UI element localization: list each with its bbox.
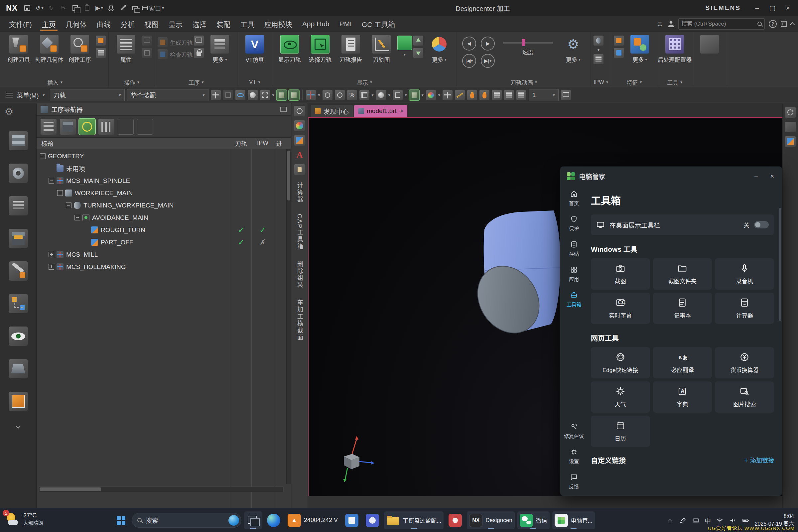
feature-teach-icon[interactable] [614,48,624,58]
redo-button[interactable]: ↻ [45,2,57,14]
filter-slot[interactable] [137,119,153,135]
machine-tool-navigator-icon[interactable] [8,229,28,248]
view-style-icon[interactable] [785,122,796,132]
select-toolpath-button[interactable]: 选择刀轨 [306,33,335,63]
operation-navigator-icon[interactable] [8,196,28,215]
tab-home[interactable]: 主页 [37,16,61,32]
view-orient-icon[interactable] [785,107,796,118]
expander-icon[interactable] [75,215,80,221]
tab-analysis[interactable]: 分析 [116,16,140,32]
volume-icon[interactable] [729,516,737,524]
tree-row-unused[interactable]: 未用项 [37,162,291,174]
tab-gc-toolbox[interactable]: GC 工具箱 [357,16,400,32]
card-weather[interactable]: 天气 [591,381,650,413]
tab-assemblies[interactable]: 装配 [211,16,235,32]
touch-keyboard-icon[interactable] [692,516,700,524]
taskbar-app-wechat[interactable]: 微信 [517,511,550,529]
ime-indicator[interactable]: 中 [705,516,711,525]
expander-icon[interactable] [66,203,72,208]
selection-scope-dropdown[interactable]: 刀轨▾ [50,89,125,101]
geometry-view-icon[interactable] [79,119,95,135]
speed-slider-track[interactable] [503,42,553,43]
feature-more-button[interactable]: 更多▾ [625,33,654,63]
tab-discovery-center[interactable]: 发现中心 [311,105,353,117]
generate-toolpath-button[interactable]: 生成刀轨 [158,36,192,48]
pcm-nav-toolbox[interactable]: 工具箱 [566,291,581,307]
navigator-collapse-icon[interactable] [280,107,287,112]
window-menu-button[interactable]: 窗口▾ [141,2,165,14]
side-tab-cap-toolbox[interactable]: CAP工具箱 [295,210,304,253]
expander-icon[interactable] [49,264,54,270]
taskbar-app-folder[interactable]: 平衡盘过盈配... [384,511,443,529]
pcm-titlebar[interactable]: 电脑管家 – × [560,167,782,186]
ipw-save-icon[interactable] [593,54,604,64]
card-bing-translate[interactable]: aあ 必应翻译 [653,347,712,378]
tree-row-mcs-holemaking[interactable]: MCS_HOLEMAKING [37,261,291,273]
show-toolpath-button[interactable]: 显示刀轨 [275,33,304,63]
measure-icon[interactable] [455,90,465,100]
overflow-button[interactable] [695,33,724,54]
vt-simulation-button[interactable]: V VT仿真 [240,33,269,63]
account-icon[interactable] [668,21,674,27]
play-backward-button[interactable]: ◀ [462,37,476,51]
card-notepad[interactable]: 记事本 [653,292,712,324]
machining-method-view-icon[interactable] [98,119,114,135]
close-button[interactable]: × [780,2,795,14]
machine-tool-view-icon[interactable] [60,119,76,135]
tab-curve[interactable]: 曲线 [92,16,116,32]
taskbar-app-edge[interactable] [265,511,283,529]
pcm-nav-home[interactable]: 首页 [569,190,579,207]
tab-app-hub[interactable]: App Hub [297,16,335,32]
play-forward-button[interactable]: ▶ [481,37,495,51]
taskbar-app-teams[interactable] [363,511,381,529]
template-library-icon[interactable] [8,392,28,411]
pcm-close-button[interactable]: × [764,169,780,184]
group-label-display[interactable]: 显示▾ [275,77,454,87]
expander-icon[interactable] [49,252,54,258]
tree-row-turning-workpiece[interactable]: TURNING_WORKPIECE_MAIN [37,199,291,211]
pcm-scrollbar[interactable] [779,208,781,321]
column-feed[interactable]: 进 [274,139,287,148]
create-operation-button[interactable]: 创建工序 [65,33,94,63]
tab-render[interactable]: 显示 [164,16,188,32]
taskbar-app-nx[interactable]: NX Designcen [467,511,514,529]
create-method-icon[interactable] [96,48,106,58]
circle-tangent-icon[interactable] [335,90,345,100]
tree-row-geometry[interactable]: GEOMETRY [37,150,291,162]
fit-view-icon[interactable] [442,90,453,100]
move-down-icon[interactable] [413,48,423,58]
shaded-view-icon[interactable] [376,90,386,100]
paint-icon[interactable] [294,135,305,146]
side-tab-turning-section[interactable]: 车加工横截面 [295,296,304,344]
column-ipw[interactable]: IPW [251,140,274,147]
tool-library-icon[interactable] [8,261,28,281]
close-tab-icon[interactable]: × [400,108,404,115]
feedback-smiley-icon[interactable]: ☺ [657,20,664,28]
cylinder-model[interactable] [475,207,562,335]
paste-button[interactable] [81,2,93,14]
properties-button[interactable]: 属性 [111,33,141,63]
card-voice-recorder[interactable]: 录音机 [715,258,774,290]
card-dictionary[interactable]: A 字典 [653,381,712,413]
voice-command-button[interactable] [106,2,117,14]
tab-view[interactable]: 视图 [140,16,164,32]
card-currency-converter[interactable]: 货币换算器 [715,347,774,378]
layer-visible-icon[interactable] [504,90,514,100]
assembly-navigator-icon[interactable] [8,131,28,150]
circle-center-icon[interactable] [323,90,332,100]
play-macro-button[interactable]: ▶▾ [93,2,105,14]
wireframe-view-icon[interactable] [393,90,403,100]
mcs-display-icon[interactable] [306,90,316,100]
help-icon[interactable]: ? [769,20,777,28]
expander-icon[interactable] [49,178,54,184]
process-more-button[interactable]: 更多▾ [205,33,234,63]
pcm-nav-feedback[interactable]: 反馈 [569,473,579,490]
tab-application[interactable]: 应用模块 [259,16,297,32]
render-style-icon[interactable] [785,136,796,147]
card-edge-links[interactable]: Edge快速链接 [591,347,650,378]
select-solid-icon[interactable] [248,90,258,100]
card-live-captions[interactable]: CC 实时字幕 [591,292,650,324]
tree-row-workpiece-main[interactable]: WORKPIECE_MAIN [37,187,291,199]
copy-button[interactable] [70,2,81,14]
toolpath-report-button[interactable]: 刀轨报告 [336,33,365,63]
